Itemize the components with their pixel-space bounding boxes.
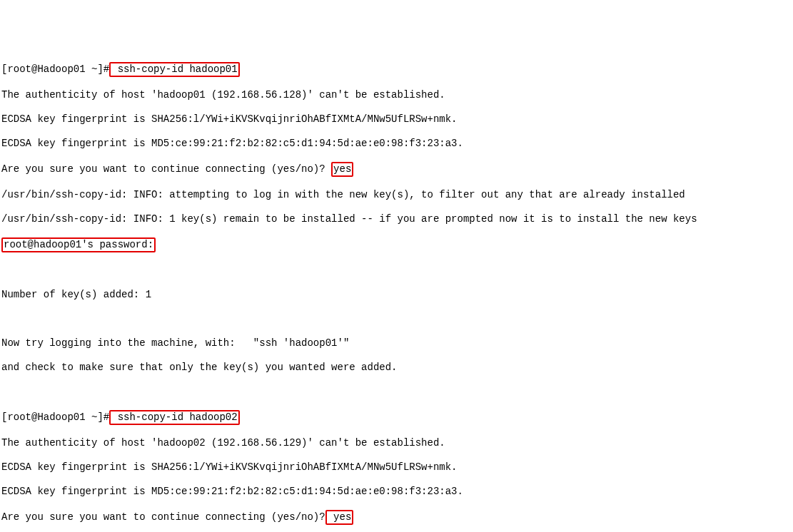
highlight-cmd: ssh-copy-id hadoop01 xyxy=(109,62,239,77)
password-line[interactable]: root@hadoop01's password: xyxy=(1,237,793,252)
highlight-cmd: ssh-copy-id hadoop02 xyxy=(109,410,239,425)
terminal-output: [root@Hadoop01 ~]# ssh-copy-id hadoop01 … xyxy=(1,50,793,532)
confirm-prompt: Are you sure you want to continue connec… xyxy=(1,163,325,175)
cmd-line[interactable]: [root@Hadoop01 ~]# ssh-copy-id hadoop01 xyxy=(1,62,793,77)
output-line: The authenticity of host 'hadoop01 (192.… xyxy=(1,89,793,101)
output-line: Now try logging into the machine, with: … xyxy=(1,337,793,349)
output-line: /usr/bin/ssh-copy-id: INFO: attempting t… xyxy=(1,189,793,201)
output-line: and check to make sure that only the key… xyxy=(1,362,793,374)
confirm-line[interactable]: Are you sure you want to continue connec… xyxy=(1,510,793,525)
prompt: [root@Hadoop01 ~]# xyxy=(1,63,109,75)
confirm-prompt: Are you sure you want to continue connec… xyxy=(1,511,325,523)
confirm-line[interactable]: Are you sure you want to continue connec… xyxy=(1,162,793,177)
highlight-password: root@hadoop01's password: xyxy=(1,237,156,252)
output-line: The authenticity of host 'hadoop02 (192.… xyxy=(1,437,793,449)
blank-line xyxy=(1,265,793,277)
output-line: /usr/bin/ssh-copy-id: INFO: 1 key(s) rem… xyxy=(1,213,793,225)
output-line: Number of key(s) added: 1 xyxy=(1,289,793,301)
blank-line xyxy=(1,313,793,325)
highlight-yes: yes xyxy=(331,162,353,177)
output-line: ECDSA key fingerprint is MD5:ce:99:21:f2… xyxy=(1,486,793,498)
cmd-line[interactable]: [root@Hadoop01 ~]# ssh-copy-id hadoop02 xyxy=(1,410,793,425)
output-line: ECDSA key fingerprint is MD5:ce:99:21:f2… xyxy=(1,138,793,150)
prompt: [root@Hadoop01 ~]# xyxy=(1,411,109,423)
blank-line xyxy=(1,386,793,398)
highlight-yes: yes xyxy=(325,510,354,525)
output-line: ECDSA key fingerprint is SHA256:l/YWi+iK… xyxy=(1,461,793,474)
output-line: ECDSA key fingerprint is SHA256:l/YWi+iK… xyxy=(1,113,793,126)
